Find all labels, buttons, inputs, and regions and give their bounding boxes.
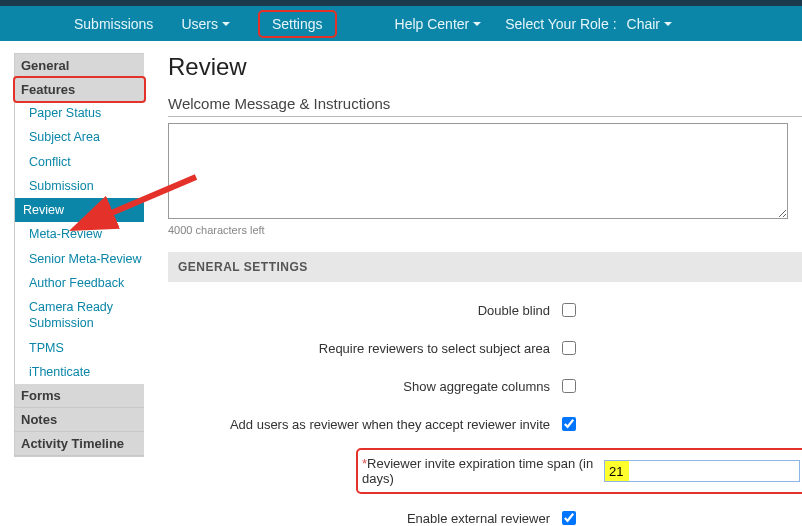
sidebar-section-activity[interactable]: Activity Timeline bbox=[15, 432, 144, 456]
sidebar-item-author-feedback[interactable]: Author Feedback bbox=[15, 271, 144, 295]
label-auto-add-reviewer: Add users as reviewer when they accept r… bbox=[168, 417, 558, 432]
sidebar-item-conflict[interactable]: Conflict bbox=[15, 150, 144, 174]
checkbox-enable-external[interactable] bbox=[562, 511, 576, 525]
nav-settings[interactable]: Settings bbox=[244, 3, 351, 45]
nav-submissions[interactable]: Submissions bbox=[60, 3, 167, 45]
nav-users[interactable]: Users bbox=[167, 3, 244, 45]
checkbox-double-blind[interactable] bbox=[562, 303, 576, 317]
sidebar-item-tpms[interactable]: TPMS bbox=[15, 336, 144, 360]
row-enable-external: Enable external reviewer bbox=[168, 508, 802, 526]
nav-help-center[interactable]: Help Center bbox=[381, 9, 496, 39]
page-title: Review bbox=[168, 53, 802, 81]
sidebar-item-submission[interactable]: Submission bbox=[15, 174, 144, 198]
sidebar-item-subject-area[interactable]: Subject Area bbox=[15, 125, 144, 149]
label-show-aggregate: Show aggregate columns bbox=[168, 379, 558, 394]
chevron-down-icon bbox=[664, 22, 672, 26]
settings-sidebar: General Features Paper Status Subject Ar… bbox=[14, 53, 144, 457]
content-area: Review Welcome Message & Instructions 40… bbox=[168, 53, 802, 526]
sidebar-section-forms[interactable]: Forms bbox=[15, 384, 144, 408]
chevron-down-icon bbox=[473, 22, 481, 26]
label-require-subject: Require reviewers to select subject area bbox=[168, 341, 558, 356]
row-require-subject: Require reviewers to select subject area bbox=[168, 338, 802, 358]
welcome-message-textarea[interactable] bbox=[168, 123, 788, 219]
welcome-label: Welcome Message & Instructions bbox=[168, 95, 802, 112]
sidebar-item-paper-status[interactable]: Paper Status bbox=[15, 101, 144, 125]
sidebar-item-meta-review[interactable]: Meta-Review bbox=[15, 222, 144, 246]
sidebar-section-notes[interactable]: Notes bbox=[15, 408, 144, 432]
row-auto-add-reviewer: Add users as reviewer when they accept r… bbox=[168, 414, 802, 434]
divider bbox=[168, 116, 802, 117]
sidebar-item-senior-meta-review[interactable]: Senior Meta-Review bbox=[15, 247, 144, 271]
highlight-settings: Settings bbox=[258, 10, 337, 38]
row-double-blind: Double blind bbox=[168, 300, 802, 320]
checkbox-require-subject[interactable] bbox=[562, 341, 576, 355]
sidebar-section-general[interactable]: General bbox=[15, 54, 144, 78]
checkbox-show-aggregate[interactable] bbox=[562, 379, 576, 393]
sidebar-item-camera-ready[interactable]: Camera Ready Submission bbox=[15, 295, 144, 336]
chevron-down-icon bbox=[222, 22, 230, 26]
input-expiration-days[interactable] bbox=[604, 460, 800, 482]
sidebar-item-review[interactable]: Review bbox=[15, 198, 144, 222]
checkbox-auto-add-reviewer[interactable] bbox=[562, 417, 576, 431]
top-navbar: Submissions Users Settings Help Center S… bbox=[0, 6, 802, 41]
label-enable-external: Enable external reviewer bbox=[168, 511, 558, 526]
sidebar-section-features[interactable]: Features bbox=[13, 76, 146, 103]
label-double-blind: Double blind bbox=[168, 303, 558, 318]
role-dropdown[interactable]: Chair bbox=[623, 9, 686, 39]
sidebar-item-ithenticate[interactable]: iThenticate bbox=[15, 360, 144, 384]
general-settings-header: GENERAL SETTINGS bbox=[168, 252, 802, 282]
label-expiration: *Reviewer invite expiration time span (i… bbox=[362, 456, 598, 486]
row-expiration-highlight: *Reviewer invite expiration time span (i… bbox=[356, 448, 802, 494]
chars-left-label: 4000 characters left bbox=[168, 224, 802, 236]
role-label: Select Your Role : bbox=[505, 16, 616, 32]
row-show-aggregate: Show aggregate columns bbox=[168, 376, 802, 396]
